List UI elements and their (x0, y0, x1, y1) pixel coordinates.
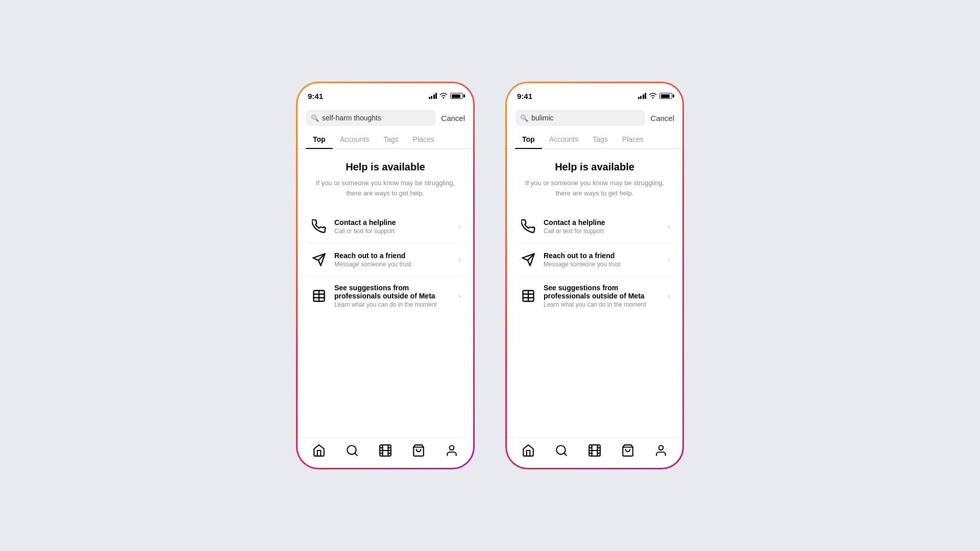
status-icons-2 (638, 92, 673, 100)
status-bar-1: 9:41 (298, 83, 473, 106)
phone-icon-2 (519, 217, 537, 236)
search-text-1: self-harm thoughts (322, 114, 381, 122)
help-content-1: Help is available If you or someone you … (298, 149, 473, 438)
svg-line-7 (355, 453, 357, 456)
tab-top-2[interactable]: Top (515, 130, 542, 148)
help-items-2: Contact a helpline Call or text for supp… (517, 210, 672, 315)
friend-title-2: Reach out to a friend (544, 252, 664, 260)
search-inline-icon-2: 🔍 (520, 114, 528, 122)
search-nav-icon-2[interactable] (554, 443, 569, 458)
tab-places-1[interactable]: Places (406, 130, 442, 148)
search-input-2[interactable]: 🔍 bulimic (515, 110, 645, 126)
tab-accounts-2[interactable]: Accounts (542, 130, 586, 148)
helpline-text-1: Contact a helpline Call or text for supp… (334, 218, 454, 235)
cancel-button-1[interactable]: Cancel (441, 114, 465, 122)
helpline-item-1[interactable]: Contact a helpline Call or text for supp… (308, 210, 463, 243)
svg-line-25 (564, 453, 567, 456)
friend-desc-1: Message someone you trust (334, 261, 454, 268)
tab-top-1[interactable]: Top (306, 130, 333, 148)
helpline-desc-1: Call or text for support (334, 228, 454, 235)
friend-text-2: Reach out to a friend Message someone yo… (544, 252, 664, 268)
search-area-2: 🔍 bulimic Cancel (507, 106, 682, 130)
shop-nav-icon-1[interactable] (411, 443, 426, 458)
helpline-chevron-1: › (458, 222, 461, 231)
search-area-1: 🔍 self-harm thoughts Cancel (298, 106, 473, 130)
professionals-item-2[interactable]: See suggestions from professionals outsi… (517, 277, 672, 315)
tabs-2: Top Accounts Tags Places (507, 130, 682, 149)
tab-tags-2[interactable]: Tags (585, 130, 615, 148)
home-nav-icon-2[interactable] (521, 443, 535, 458)
send-icon-2 (519, 251, 537, 269)
signal-icon-1 (429, 93, 437, 99)
professionals-text-1: See suggestions from professionals outsi… (334, 284, 454, 308)
help-subtitle-1: If you or someone you know may be strugg… (308, 178, 463, 198)
profile-nav-icon-2[interactable] (654, 443, 668, 458)
search-input-1[interactable]: 🔍 self-harm thoughts (306, 110, 436, 126)
phone-2: 9:41 (505, 82, 684, 469)
help-subtitle-2: If you or someone you know may be strugg… (517, 178, 672, 198)
professionals-item-1[interactable]: See suggestions from professionals outsi… (308, 277, 463, 315)
help-title-1: Help is available (308, 161, 463, 173)
svg-point-35 (658, 445, 663, 450)
status-icons-1 (429, 92, 463, 100)
friend-title-1: Reach out to a friend (334, 252, 454, 260)
battery-icon-1 (450, 93, 463, 99)
professionals-chevron-2: › (668, 291, 670, 300)
status-time-2: 9:41 (517, 92, 532, 101)
helpline-desc-2: Call or text for support (544, 228, 664, 235)
wifi-icon-1 (439, 92, 448, 100)
friend-chevron-2: › (668, 255, 670, 264)
shop-nav-icon-2[interactable] (621, 443, 635, 458)
helpline-chevron-2: › (668, 222, 670, 231)
phone-1: 9:41 (296, 82, 475, 469)
tab-accounts-1[interactable]: Accounts (333, 130, 377, 148)
help-title-2: Help is available (517, 161, 672, 173)
tab-tags-1[interactable]: Tags (376, 130, 406, 148)
tab-places-2[interactable]: Places (615, 130, 651, 148)
search-nav-icon-1[interactable] (345, 443, 359, 458)
help-content-2: Help is available If you or someone you … (507, 149, 682, 438)
cancel-button-2[interactable]: Cancel (650, 114, 674, 122)
home-nav-icon-1[interactable] (312, 443, 326, 458)
reels-nav-icon-2[interactable] (587, 443, 602, 458)
search-text-2: bulimic (531, 114, 554, 122)
friend-item-2[interactable]: Reach out to a friend Message someone yo… (517, 243, 672, 277)
friend-text-1: Reach out to a friend Message someone yo… (334, 252, 454, 268)
svg-point-17 (449, 445, 454, 450)
status-bar-2: 9:41 (507, 83, 682, 106)
tabs-1: Top Accounts Tags Places (298, 130, 473, 149)
reels-nav-icon-1[interactable] (378, 443, 393, 458)
book-icon-2 (519, 287, 537, 305)
professionals-desc-1: Learn what you can do in the moment (334, 301, 454, 308)
wifi-icon-2 (649, 92, 657, 100)
help-items-1: Contact a helpline Call or text for supp… (308, 210, 463, 315)
professionals-chevron-1: › (458, 291, 461, 300)
helpline-title-2: Contact a helpline (544, 218, 664, 227)
phone-1-frame: 9:41 (296, 82, 475, 469)
phone-icon-1 (310, 217, 328, 236)
status-time-1: 9:41 (308, 92, 323, 101)
signal-icon-2 (638, 93, 647, 99)
friend-chevron-1: › (458, 255, 461, 264)
professionals-text-2: See suggestions from professionals outsi… (544, 284, 664, 308)
book-icon-1 (310, 287, 328, 305)
professionals-title-2: See suggestions from professionals outsi… (544, 284, 664, 300)
helpline-text-2: Contact a helpline Call or text for supp… (544, 218, 664, 235)
professionals-desc-2: Learn what you can do in the moment (544, 301, 664, 308)
helpline-title-1: Contact a helpline (334, 218, 454, 227)
professionals-title-1: See suggestions from professionals outsi… (334, 284, 454, 300)
friend-item-1[interactable]: Reach out to a friend Message someone yo… (308, 243, 463, 277)
bottom-nav-1 (298, 438, 473, 468)
helpline-item-2[interactable]: Contact a helpline Call or text for supp… (517, 210, 672, 243)
friend-desc-2: Message someone you trust (544, 261, 664, 268)
search-inline-icon-1: 🔍 (311, 114, 319, 122)
send-icon-1 (310, 251, 328, 269)
battery-icon-2 (659, 93, 672, 99)
bottom-nav-2 (507, 438, 682, 468)
phone-2-frame: 9:41 (505, 82, 684, 469)
profile-nav-icon-1[interactable] (445, 443, 459, 458)
